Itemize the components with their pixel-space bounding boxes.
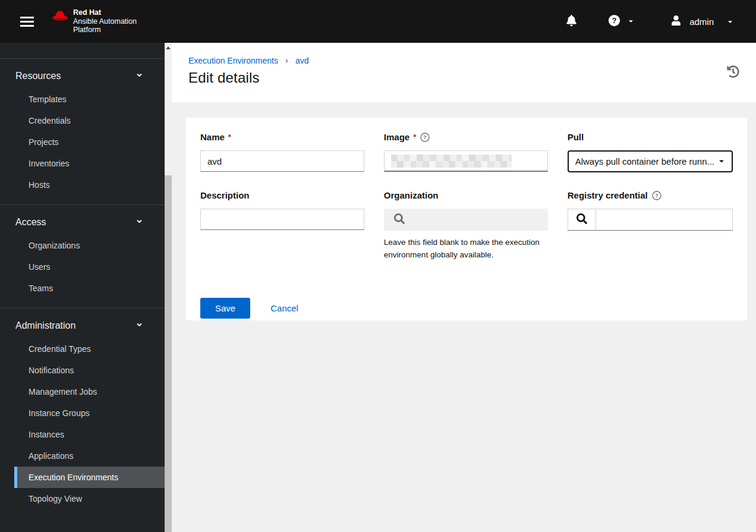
sidebar-scrollbar[interactable] (165, 43, 172, 532)
registry-credential-search-button[interactable] (568, 209, 596, 230)
field-organization: Organization Leave this field blank to m… (384, 190, 548, 261)
user-icon (671, 15, 681, 27)
nav-group-administration: Administration Credential Types Notifica… (0, 308, 165, 518)
sidebar-item-users[interactable]: Users (14, 256, 165, 278)
nav-group-label: Resources (15, 71, 61, 81)
nav-group-toggle-resources[interactable]: Resources (0, 64, 165, 89)
breadcrumb-link-avd[interactable]: avd (295, 56, 309, 65)
registry-credential-label: Registry credential ? (568, 190, 733, 200)
sidebar-item-management-jobs[interactable]: Management Jobs (14, 381, 165, 402)
sidebar-item-credentials[interactable]: Credentials (14, 110, 165, 131)
bell-icon (566, 15, 577, 28)
nav-group-toggle-administration[interactable]: Administration (0, 313, 165, 338)
brand-line-1: Red Hat (73, 8, 137, 17)
nav-group-access: Access Organizations Users Teams (0, 204, 165, 308)
username-label: admin (689, 17, 714, 27)
main-area: Execution Environments avd Edit details (172, 43, 756, 532)
nav-group-label: Administration (15, 320, 75, 331)
question-circle-icon: ? (608, 14, 620, 29)
nav-toggle-button[interactable] (15, 12, 39, 32)
page-title: Edit details (188, 70, 756, 86)
chevron-down-icon (136, 217, 143, 228)
search-icon (577, 213, 587, 226)
form-actions: Save Cancel (200, 298, 733, 319)
nav-group-label: Access (15, 217, 46, 228)
edit-details-form: Name * Image * ? (200, 132, 733, 261)
field-registry-credential: Registry credential ? (568, 190, 733, 261)
redhat-hat-icon (52, 8, 68, 24)
help-menu-button[interactable]: ? (608, 14, 634, 29)
scrollbar-thumb[interactable] (165, 175, 172, 532)
chevron-down-icon (136, 71, 143, 81)
notifications-button[interactable] (566, 15, 577, 28)
organization-helper-text: Leave this field blank to make the execu… (384, 236, 544, 261)
masthead-toolbar: ? admin (566, 14, 742, 29)
save-button[interactable]: Save (200, 298, 250, 319)
cancel-button[interactable]: Cancel (270, 303, 298, 313)
sidebar-item-inventories[interactable]: Inventories (14, 153, 165, 174)
search-icon (394, 213, 405, 226)
sidebar-item-hosts[interactable]: Hosts (14, 174, 165, 196)
redacted-image-value (391, 155, 512, 168)
field-name: Name * (200, 132, 364, 172)
chevron-right-icon (284, 58, 289, 64)
edit-details-card: Name * Image * ? (186, 118, 747, 320)
description-label: Description (200, 190, 364, 200)
sidebar-item-instances[interactable]: Instances (14, 424, 165, 445)
required-asterisk: * (228, 133, 231, 141)
masthead: Red Hat Ansible Automation Platform ? ad… (0, 0, 756, 43)
name-input[interactable] (200, 150, 364, 172)
sidebar-nav-list: Resources Templates Credentials Projects… (0, 43, 165, 532)
sidebar-item-credential-types[interactable]: Credential Types (14, 338, 165, 360)
field-image: Image * ? (384, 132, 548, 172)
name-label: Name * (200, 132, 364, 142)
image-help-icon[interactable]: ? (420, 133, 430, 142)
sidebar-top-spacer (0, 43, 165, 59)
history-icon (727, 71, 739, 80)
content-section: Name * Image * ? (172, 102, 756, 532)
field-pull: Pull Always pull container before runn..… (568, 132, 733, 172)
registry-credential-input[interactable] (596, 209, 732, 230)
caret-down-icon (714, 156, 725, 166)
sidebar-item-notifications[interactable]: Notifications (14, 360, 165, 381)
registry-credential-help-icon[interactable]: ? (652, 191, 662, 200)
sidebar-item-instance-groups[interactable]: Instance Groups (14, 402, 165, 424)
sidebar-item-templates[interactable]: Templates (14, 89, 165, 110)
brand-text: Red Hat Ansible Automation Platform (73, 8, 137, 34)
chevron-down-icon (136, 320, 143, 331)
sidebar-nav: Resources Templates Credentials Projects… (0, 43, 172, 532)
caret-down-icon (628, 17, 634, 26)
image-label: Image * ? (384, 132, 548, 142)
user-menu-button[interactable]: admin (671, 15, 733, 27)
pull-select[interactable]: Always pull container before runn... (568, 150, 733, 172)
sidebar-item-teams[interactable]: Teams (14, 278, 165, 299)
description-input[interactable] (200, 209, 364, 230)
pull-selected-value: Always pull container before runn... (575, 156, 714, 166)
caret-down-icon (727, 17, 733, 27)
svg-text:?: ? (612, 16, 617, 25)
sidebar-item-projects[interactable]: Projects (14, 131, 165, 153)
brand-line-3: Platform (73, 26, 137, 34)
nav-group-toggle-access[interactable]: Access (0, 210, 165, 235)
nav-group-resources: Resources Templates Credentials Projects… (0, 59, 165, 204)
history-button[interactable] (727, 65, 739, 80)
required-asterisk: * (413, 133, 416, 141)
sidebar-item-organizations[interactable]: Organizations (14, 235, 165, 256)
registry-credential-lookup (568, 209, 733, 231)
brand-logo: Red Hat Ansible Automation Platform (52, 8, 137, 34)
pull-label: Pull (568, 132, 733, 142)
image-input[interactable] (384, 150, 548, 172)
organization-label: Organization (384, 190, 548, 200)
breadcrumb-link-execution-environments[interactable]: Execution Environments (188, 56, 278, 65)
brand-line-2: Ansible Automation (73, 17, 137, 26)
sidebar-item-execution-environments[interactable]: Execution Environments (14, 467, 165, 488)
page-header: Execution Environments avd Edit details (172, 43, 756, 102)
organization-lookup[interactable] (384, 209, 548, 231)
svg-text:?: ? (424, 134, 427, 140)
breadcrumb: Execution Environments avd (188, 56, 756, 65)
sidebar-item-applications[interactable]: Applications (14, 445, 165, 467)
sidebar-item-topology-view[interactable]: Topology View (14, 488, 165, 509)
svg-text:?: ? (655, 193, 658, 199)
scrollbar-up-arrow-icon[interactable] (166, 46, 171, 49)
field-description: Description (200, 190, 364, 261)
